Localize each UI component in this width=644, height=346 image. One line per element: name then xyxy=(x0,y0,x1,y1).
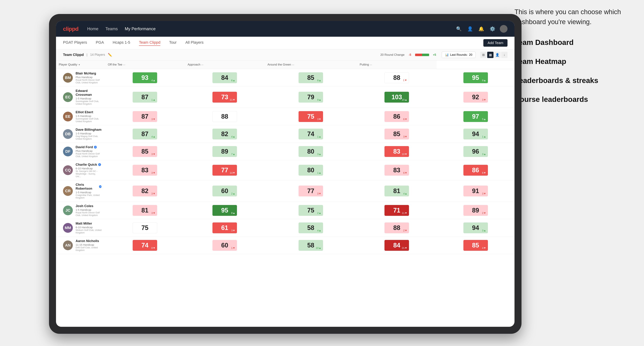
table-row[interactable]: DB Dave Billingham 1-5 Handicap Gog Mago… xyxy=(56,125,514,143)
score-box: 80 1▲ xyxy=(298,165,323,176)
table-row[interactable]: EC Edward Crossman 1-5 Handicap Sunningd… xyxy=(56,86,514,108)
add-team-button[interactable]: Add Team xyxy=(483,39,508,47)
sort-off-tee[interactable]: — xyxy=(123,63,125,66)
score-box: 87 3▼ xyxy=(133,111,157,122)
table-row[interactable]: MM Matt Miller 6-10 Handicap Woburn Golf… xyxy=(56,219,514,237)
bell-icon[interactable]: 🔔 xyxy=(478,25,485,33)
heatmap-view-icon[interactable]: ▦ xyxy=(487,52,494,58)
nav-my-performance[interactable]: My Performance xyxy=(125,25,156,32)
table-row[interactable]: BM Blair McHarg Plus Handicap Royal Nort… xyxy=(56,69,514,86)
score-change: 3▲ xyxy=(317,153,321,156)
player-avatar: AN xyxy=(63,240,73,250)
search-icon[interactable]: 🔍 xyxy=(455,25,463,33)
score-box: 86 6▼ xyxy=(384,111,409,122)
score-cell: 88 2▼ xyxy=(357,219,436,237)
score-cell: 85 8▲ xyxy=(264,69,357,86)
player-cell[interactable]: AN Aaron Nicholls 11-15 Handicap Drift G… xyxy=(56,237,105,254)
subnav-tour[interactable]: Tour xyxy=(169,40,176,46)
score-change: 1▲ xyxy=(317,135,321,138)
player-avatar: BM xyxy=(63,73,73,83)
annotation-list: Team Dashboard Team Heatmap Leaderboards… xyxy=(514,37,640,105)
score-box: 96 3▲ xyxy=(464,146,488,157)
grid-view-icon[interactable]: ⊞ xyxy=(480,52,486,58)
score-change: 3▼ xyxy=(482,98,486,101)
score-box: 80 3▲ xyxy=(298,146,323,157)
score-box: 79 9▲ xyxy=(298,92,323,103)
user-avatar[interactable] xyxy=(500,25,508,33)
score-box: 75 3▼ xyxy=(298,111,323,122)
table-row[interactable]: EE Elliot Ebert 1-5 Handicap Sunningdale… xyxy=(56,108,514,125)
score-change: 21▼ xyxy=(402,246,408,249)
score-cell: 85 4▼ xyxy=(436,237,514,254)
sort-approach[interactable]: — xyxy=(201,63,204,66)
player-cell[interactable]: CQ Charlie Quick✓ 6-10 Handicap St. Geor… xyxy=(56,160,105,180)
player-cell[interactable]: DF David Ford✓ Plus Handicap Royal North… xyxy=(56,143,105,160)
player-avatar: EE xyxy=(63,112,73,121)
tablet-screen: clippd Home Teams My Performance 🔍 👤 🔔 ⚙… xyxy=(56,21,514,327)
player-cell[interactable]: CR Chris Robertson✓ 1-5 Handicap Craigmi… xyxy=(56,180,105,202)
score-box: 85 4▼ xyxy=(464,240,488,251)
player-avatar: DB xyxy=(63,129,73,139)
player-name: Chris Robertson✓ xyxy=(76,183,102,190)
score-cell: 86 8▼ xyxy=(436,160,514,180)
player-table: Player Quality ▼ Off the Tee — Approach … xyxy=(56,60,514,254)
score-change: 1▲ xyxy=(482,135,486,138)
subnav-pga[interactable]: PGA xyxy=(96,40,104,46)
nav-home[interactable]: Home xyxy=(87,25,98,32)
sort-arrow[interactable]: ▼ xyxy=(78,63,80,66)
table-row[interactable]: AN Aaron Nicholls 11-15 Handicap Drift G… xyxy=(56,237,514,254)
nav-teams[interactable]: Teams xyxy=(105,25,118,32)
subnav-all-players[interactable]: All Players xyxy=(185,40,204,46)
score-cell: 83 10▼ xyxy=(357,143,436,160)
player-info: Elliot Ebert 1-5 Handicap Sunningdale Go… xyxy=(76,110,102,123)
subnav-hcaps[interactable]: Hcaps 1-5 xyxy=(113,40,130,46)
sort-putting[interactable]: — xyxy=(370,63,372,66)
score-change: 8▲ xyxy=(317,79,321,82)
player-cell[interactable]: EC Edward Crossman 1-5 Handicap Sunningd… xyxy=(56,86,105,108)
settings-icon[interactable]: ⚙️ xyxy=(488,25,496,33)
last-rounds-button[interactable]: 📊 Last Rounds: 20 xyxy=(442,51,476,58)
score-box: 83 10▼ xyxy=(384,146,409,157)
score-change: 5▲ xyxy=(482,118,486,121)
score-cell: 58 10▲ xyxy=(264,237,357,254)
score-change: 14▼ xyxy=(230,171,235,174)
score-cell: 103 15▲ xyxy=(357,86,436,108)
score-change: 11▼ xyxy=(230,98,235,101)
app-logo: clippd xyxy=(63,26,78,32)
player-handicap: 1-5 Handicap xyxy=(76,208,102,211)
subnav-pgat[interactable]: PGAT Players xyxy=(63,40,87,46)
score-change: 3▼ xyxy=(482,192,486,195)
export-icon[interactable]: ↓ xyxy=(501,52,508,58)
sort-around-green[interactable]: — xyxy=(292,63,294,66)
score-value: 79 xyxy=(307,93,314,101)
score-change: 7▲ xyxy=(231,153,235,156)
table-row[interactable]: DF David Ford✓ Plus Handicap Royal North… xyxy=(56,143,514,160)
score-cell: 94 1▲ xyxy=(436,125,514,143)
player-cell[interactable]: DB Dave Billingham 1-5 Handicap Gog Mago… xyxy=(56,125,105,143)
player-cell[interactable]: MM Matt Miller 6-10 Handicap Woburn Golf… xyxy=(56,219,105,237)
person-view-icon[interactable]: 👤 xyxy=(494,52,500,58)
score-cell: 97 5▲ xyxy=(436,108,514,125)
last-rounds-value: 20 xyxy=(469,53,472,57)
score-change: 2▼ xyxy=(482,211,486,214)
score-change: 3▼ xyxy=(152,192,156,195)
user-icon[interactable]: 👤 xyxy=(466,25,474,33)
score-value: 84 xyxy=(393,242,400,249)
score-change: 1▲ xyxy=(152,98,156,101)
annotation-panel: This is where you can choose which dashb… xyxy=(514,7,640,105)
score-value: 80 xyxy=(307,148,314,155)
score-box: 75 2▲ xyxy=(298,205,323,216)
player-cell[interactable]: EE Elliot Ebert 1-5 Handicap Sunningdale… xyxy=(56,108,105,125)
player-cell[interactable]: JC Josh Coles 1-5 Handicap Royal North D… xyxy=(56,202,105,219)
score-box: 81 4▲ xyxy=(384,185,409,196)
table-row[interactable]: JC Josh Coles 1-5 Handicap Royal North D… xyxy=(56,202,514,219)
table-row[interactable]: CR Chris Robertson✓ 1-5 Handicap Craigmi… xyxy=(56,180,514,202)
verified-icon: ✓ xyxy=(99,185,102,188)
player-handicap: Plus Handicap xyxy=(76,76,102,79)
subnav-team-clippd[interactable]: Team Clippd xyxy=(139,40,160,46)
player-name: Aaron Nicholls xyxy=(76,239,102,243)
player-cell[interactable]: BM Blair McHarg Plus Handicap Royal Nort… xyxy=(56,69,105,86)
edit-icon[interactable]: ✏️ xyxy=(108,53,112,57)
table-row[interactable]: CQ Charlie Quick✓ 6-10 Handicap St. Geor… xyxy=(56,160,514,180)
score-value: 58 xyxy=(307,224,314,231)
